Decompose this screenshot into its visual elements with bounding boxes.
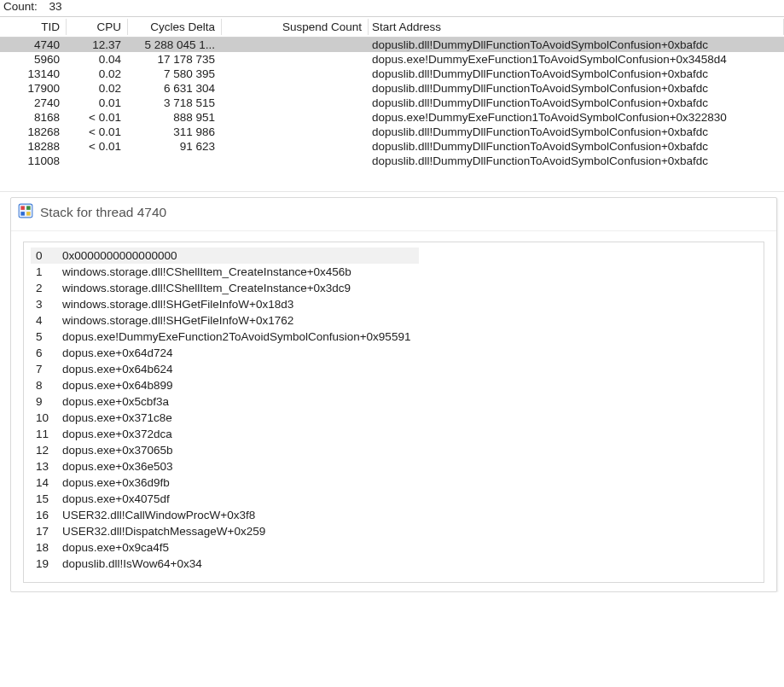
stack-frame-row[interactable]: 4windows.storage.dll!SHGetFileInfoW+0x17… [31,312,419,329]
thread-row[interactable]: 179000.026 631 304dopuslib.dll!DummyDllF… [0,81,784,96]
thread-cell-cycles: 17 178 735 [128,52,222,67]
thread-cell-cpu [67,154,128,168]
count-value: 33 [49,0,62,13]
stack-frame-row[interactable]: 12dopus.exe+0x37065b [31,442,419,458]
thread-list[interactable]: TID CPU Cycles Delta Suspend Count Start… [0,16,784,192]
stack-frame-row[interactable]: 18dopus.exe+0x9ca4f5 [31,539,419,556]
thread-cell-start: dopus.exe!DummyExeFunction1ToAvoidSymbol… [369,52,784,67]
stack-frame-name: USER32.dll!CallWindowProcW+0x3f8 [57,507,419,523]
thread-row[interactable]: 27400.013 718 515dopuslib.dll!DummyDllFu… [0,96,784,110]
stack-frame-row[interactable]: 15dopus.exe+0x4075df [31,491,419,507]
stack-frame-name: dopuslib.dll!IsWow64+0x34 [57,556,419,572]
stack-frame-name: dopus.exe+0x64b899 [57,377,419,393]
thread-cell-cpu: < 0.01 [67,139,128,154]
col-header-tid[interactable]: TID [0,17,67,38]
thread-cell-cpu: < 0.01 [67,110,128,125]
thread-row[interactable]: 131400.027 580 395dopuslib.dll!DummyDllF… [0,67,784,81]
stack-frame-row[interactable]: 9dopus.exe+0x5cbf3a [31,393,419,410]
stack-frame-index: 9 [31,393,57,410]
thread-cell-cycles: 5 288 045 1... [128,38,222,53]
thread-row[interactable]: 59600.0417 178 735dopus.exe!DummyExeFunc… [0,52,784,67]
stack-frame-row[interactable]: 5dopus.exe!DummyExeFunction2ToAvoidSymbo… [31,329,419,345]
thread-cell-tid: 4740 [0,38,67,53]
thread-row[interactable]: 8168< 0.01888 951dopus.exe!DummyExeFunct… [0,110,784,125]
thread-cell-cycles: 3 718 515 [128,96,222,110]
stack-frame-row[interactable]: 6dopus.exe+0x64d724 [31,345,419,361]
thread-cell-suspend [222,139,369,154]
stack-frame-row[interactable]: 2windows.storage.dll!CShellItem_CreateIn… [31,280,419,296]
stack-title-prefix: Stack for thread [40,205,133,219]
thread-cell-start: dopuslib.dll!DummyDllFunctionToAvoidSymb… [369,81,784,96]
stack-frame-row[interactable]: 1windows.storage.dll!CShellItem_CreateIn… [31,264,419,280]
thread-cell-cpu: 0.01 [67,96,128,110]
stack-frame-row[interactable]: 11dopus.exe+0x372dca [31,426,419,442]
stack-frame-row[interactable]: 00x0000000000000000 [31,247,419,264]
stack-frame-name: dopus.exe+0x5cbf3a [57,393,419,410]
thread-cell-cycles: 888 951 [128,110,222,125]
thread-cell-tid: 5960 [0,52,67,67]
stack-frame-list[interactable]: 00x00000000000000001windows.storage.dll!… [23,242,764,583]
thread-cell-start: dopuslib.dll!DummyDllFunctionToAvoidSymb… [369,125,784,139]
thread-cell-tid: 13140 [0,67,67,81]
stack-frame-index: 4 [31,312,57,329]
thread-cell-suspend [222,154,369,168]
stack-frame-row[interactable]: 14dopus.exe+0x36d9fb [31,474,419,491]
stack-frame-index: 12 [31,442,57,458]
stack-frame-index: 5 [31,329,57,345]
thread-row[interactable]: 11008dopuslib.dll!DummyDllFunctionToAvoi… [0,154,784,168]
thread-cell-tid: 8168 [0,110,67,125]
stack-frame-name: dopus.exe+0x37065b [57,442,419,458]
thread-cell-cycles: 91 623 [128,139,222,154]
svg-rect-1 [20,206,25,210]
stack-frame-index: 14 [31,474,57,491]
stack-frame-row[interactable]: 19dopuslib.dll!IsWow64+0x34 [31,556,419,572]
stack-frame-index: 11 [31,426,57,442]
stack-frame-index: 7 [31,361,57,377]
stack-icon [18,203,33,222]
thread-cell-cycles: 7 580 395 [128,67,222,81]
thread-cell-suspend [222,38,369,53]
thread-table-header[interactable]: TID CPU Cycles Delta Suspend Count Start… [0,17,784,38]
thread-cell-suspend [222,125,369,139]
stack-frame-index: 17 [31,523,57,539]
stack-frame-index: 10 [31,410,57,426]
thread-cell-tid: 11008 [0,154,67,168]
stack-frame-index: 15 [31,491,57,507]
col-header-cycles[interactable]: Cycles Delta [128,17,222,38]
stack-frame-row[interactable]: 17USER32.dll!DispatchMessageW+0x259 [31,523,419,539]
thread-row[interactable]: 474012.375 288 045 1...dopuslib.dll!Dumm… [0,38,784,53]
thread-row[interactable]: 18268< 0.01311 986dopuslib.dll!DummyDllF… [0,125,784,139]
svg-rect-4 [26,212,31,216]
stack-frame-name: USER32.dll!DispatchMessageW+0x259 [57,523,419,539]
col-header-start[interactable]: Start Address [369,17,784,38]
thread-row[interactable]: 18288< 0.0191 623dopuslib.dll!DummyDllFu… [0,139,784,154]
stack-frame-name: windows.storage.dll!SHGetFileInfoW+0x18d… [57,296,419,312]
thread-cell-suspend [222,110,369,125]
thread-cell-cpu: 0.04 [67,52,128,67]
stack-frame-index: 3 [31,296,57,312]
col-header-suspend[interactable]: Suspend Count [222,17,369,38]
stack-frame-index: 2 [31,280,57,296]
thread-cell-cpu: < 0.01 [67,125,128,139]
thread-cell-suspend [222,81,369,96]
stack-frame-name: windows.storage.dll!CShellItem_CreateIns… [57,264,419,280]
stack-frame-index: 19 [31,556,57,572]
stack-frame-index: 8 [31,377,57,393]
thread-cell-start: dopuslib.dll!DummyDllFunctionToAvoidSymb… [369,38,784,53]
stack-frame-name: dopus.exe+0x372dca [57,426,419,442]
thread-cell-suspend [222,67,369,81]
thread-cell-suspend [222,96,369,110]
stack-frame-row[interactable]: 3windows.storage.dll!SHGetFileInfoW+0x18… [31,296,419,312]
stack-frame-row[interactable]: 7dopus.exe+0x64b624 [31,361,419,377]
svg-rect-3 [20,212,25,216]
thread-cell-start: dopuslib.dll!DummyDllFunctionToAvoidSymb… [369,154,784,168]
stack-frame-row[interactable]: 10dopus.exe+0x371c8e [31,410,419,426]
stack-frame-row[interactable]: 16USER32.dll!CallWindowProcW+0x3f8 [31,507,419,523]
stack-table: 00x00000000000000001windows.storage.dll!… [31,247,419,572]
col-header-cpu[interactable]: CPU [67,17,128,38]
thread-cell-start: dopuslib.dll!DummyDllFunctionToAvoidSymb… [369,139,784,154]
thread-cell-cpu: 12.37 [67,38,128,53]
stack-frame-row[interactable]: 8dopus.exe+0x64b899 [31,377,419,393]
thread-cell-tid: 18268 [0,125,67,139]
stack-frame-row[interactable]: 13dopus.exe+0x36e503 [31,458,419,474]
